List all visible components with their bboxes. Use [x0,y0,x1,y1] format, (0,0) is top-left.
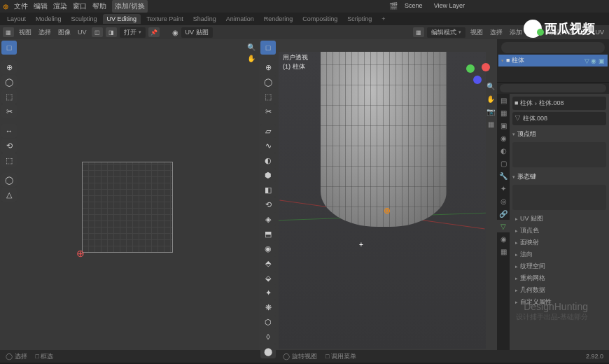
menu-render[interactable]: 渲染 [53,1,67,11]
outliner-collection[interactable]: ▾■ 柱体▽ ◉ ▣ [498,55,608,66]
vp-tool-13[interactable]: ◉ [260,241,276,255]
tab-uvediting[interactable]: UV Editing [103,14,141,24]
menu-window[interactable]: 窗口 [73,1,87,11]
ptab-physics[interactable]: ◎ [497,195,510,207]
uv-map-label[interactable]: UV 贴图 [181,27,213,38]
vp-tool-4[interactable]: ✂ [260,104,276,118]
uv-btn2[interactable]: ◨ [106,27,117,37]
ptab-constraint[interactable]: 🔗 [497,207,510,220]
vp-select[interactable]: 选择 [488,28,505,37]
menu-add-switch[interactable]: 添加/切换 [112,0,148,13]
vp-tool-15[interactable]: ⬙ [260,271,276,285]
editor-type-icon[interactable]: ▦ [3,27,14,37]
ptab-view[interactable]: ▣ [497,119,510,132]
viewport-canvas[interactable]: ⊕ 用户透视 (1) 柱体 + [279,52,486,349]
uv-uv[interactable]: UV [76,29,89,36]
vp-tool-20[interactable]: ⬤ [260,344,276,358]
tab-scripting[interactable]: Scripting [343,14,376,24]
vp-tool-14[interactable]: ⬘ [260,256,276,270]
uv-tool-measure[interactable]: △ [1,188,17,202]
tab-layout[interactable]: Layout [3,14,30,24]
vp-tool-18[interactable]: ⬡ [260,315,276,329]
vp-editor-icon[interactable]: ▦ [413,27,424,37]
menu-file[interactable]: 文件 [14,1,28,11]
uv-btn1[interactable]: ◫ [92,27,103,37]
uv-select[interactable]: 选择 [36,28,53,37]
pan-icon[interactable]: ✋ [486,94,496,104]
row-normals[interactable]: ▸法向 [512,248,606,260]
uv-tool-scale[interactable]: ⬚ [1,153,17,167]
uv-tool-rotate[interactable]: ⟲ [1,139,17,153]
vp-tool-19[interactable]: ◊ [260,330,276,344]
tab-shading[interactable]: Shading [189,14,220,24]
section-vertexgroups[interactable]: ▾顶点组 [512,127,606,141]
outliner-search[interactable] [501,42,605,53]
uv-zoom-icon[interactable]: 🔍 [246,42,256,52]
uv-view[interactable]: 视图 [17,28,34,37]
vp-tool-8[interactable]: ⬢ [260,168,276,182]
row-uvmap[interactable]: ▸UV 贴图 [512,213,606,225]
camera-icon[interactable]: 📷 [486,106,496,116]
row-texspace[interactable]: ▸纹理空间 [512,260,606,272]
menu-help[interactable]: 帮助 [92,1,106,11]
vp-tool-10[interactable]: ⟲ [260,197,276,211]
section-shapekeys[interactable]: ▾形态键 [512,170,606,183]
ptab-mesh[interactable]: ▽ [497,220,510,232]
ptab-particle[interactable]: ✦ [497,182,510,195]
vp-tool-17[interactable]: ❋ [260,300,276,314]
ptab-render[interactable]: ▤ [497,94,510,106]
props-search[interactable] [500,84,606,92]
vp-uv[interactable]: UV [593,29,606,36]
tab-animation[interactable]: Animation [222,14,258,24]
vp-tool-6[interactable]: ∿ [260,139,276,153]
shapekeys-panel[interactable] [512,185,606,210]
vp-tool-12[interactable]: ⬒ [260,227,276,241]
mode-selector[interactable]: 编辑模式▾ [427,27,465,38]
uv-tool-circle[interactable]: ◯ [1,75,17,89]
tab-rendering[interactable]: Rendering [260,14,298,24]
vp-add[interactable]: 添加 [507,28,524,37]
tab-add[interactable]: + [377,14,389,24]
uv-tool-move[interactable]: ↔ [1,124,17,138]
row-facemap[interactable]: ▸面映射 [512,237,606,248]
uv-tool-lasso[interactable]: ⬚ [1,90,17,104]
breadcrumb[interactable]: ■ 柱体 › 柱体.008 [512,97,606,110]
uv-pin[interactable]: 📌 [148,27,160,37]
vp-tool-11[interactable]: ◈ [260,212,276,226]
vp-tool-16[interactable]: ✦ [260,286,276,300]
vp-tool-5[interactable]: ▱ [260,124,276,138]
vp-tool-7[interactable]: ◐ [260,153,276,167]
tab-modeling[interactable]: Modeling [31,14,66,24]
menu-edit[interactable]: 编辑 [34,1,48,11]
image-open-dropdown[interactable]: 打开▾ [120,27,146,38]
ptab-modifier[interactable]: 🔧 [497,169,510,182]
persp-icon[interactable]: ▦ [486,119,496,129]
uv-tool-annotate[interactable]: ◯ [1,173,17,187]
ptab-world[interactable]: ◐ [497,144,510,157]
vp-view[interactable]: 视图 [468,28,485,37]
row-vertcolor[interactable]: ▸顶点色 [512,225,606,237]
vp-tool-0[interactable]: □ [260,41,276,55]
uv-pan-icon[interactable]: ✋ [246,53,256,63]
zoom-icon[interactable]: 🔍 [486,81,496,91]
tab-sculpting[interactable]: Sculpting [67,14,102,24]
ptab-scene[interactable]: ◉ [497,132,510,144]
row-geodata[interactable]: ▸几何数据 [512,284,606,296]
vertexgroups-panel[interactable] [512,142,606,167]
ptab-output[interactable]: ▦ [497,106,510,119]
ptab-texture[interactable]: ▦ [497,245,510,258]
tab-texturepaint[interactable]: Texture Paint [142,14,188,24]
tab-compositing[interactable]: Compositing [298,14,342,24]
vp-tool-2[interactable]: ◯ [260,75,276,89]
vp-tool-9[interactable]: ◧ [260,183,276,197]
row-remesh[interactable]: ▸重构网格 [512,272,606,284]
viewlayer-selector[interactable]: View Layer [430,1,469,10]
scene-selector[interactable]: Scene [400,1,427,10]
uv-tool-select[interactable]: □ [1,41,17,55]
ptab-object[interactable]: ▢ [497,157,510,169]
uv-image[interactable]: 图像 [56,28,73,37]
uv-tool-rip[interactable]: ✂ [1,104,17,118]
uv-canvas[interactable]: ⊕ [22,53,258,349]
object-name-field[interactable]: ▽ 柱体.008 [512,112,606,125]
vp-tool-1[interactable]: ⊕ [260,60,276,74]
